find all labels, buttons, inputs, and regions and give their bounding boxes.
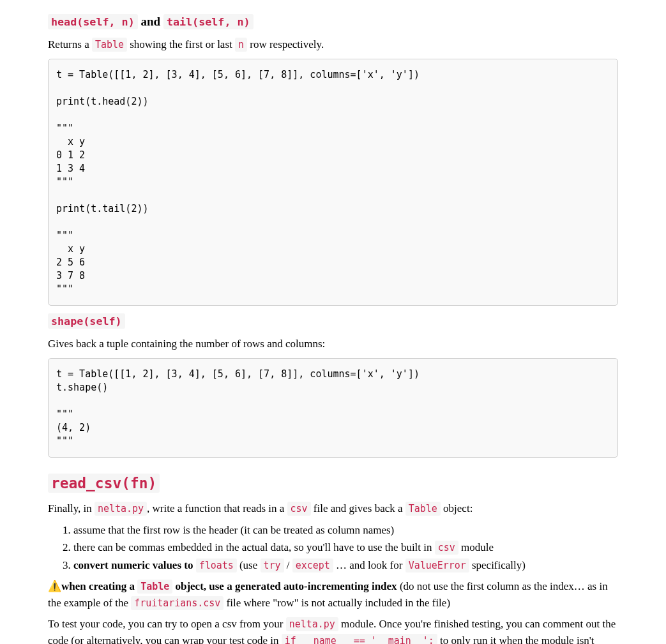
section-heading-shape: shape(self)	[48, 312, 618, 331]
heading-code-readcsv: read_csv(fn)	[48, 474, 160, 493]
text-fragment: object:	[441, 502, 473, 514]
inline-code-table: Table	[137, 580, 172, 594]
text-fragment: To test your code, you can try to open a…	[48, 618, 286, 630]
para-readcsv-intro: Finally, in nelta.py, write a function t…	[48, 500, 618, 517]
section-heading-readcsv: read_csv(fn)	[48, 470, 618, 495]
heading-and-text: and	[138, 15, 163, 28]
para-head-tail: Returns a Table showing the first or las…	[48, 36, 618, 53]
section-heading-head-tail: head(self, n) and tail(self, n)	[48, 13, 618, 31]
inline-code-fruitarians: fruitarians.csv	[131, 596, 223, 610]
inline-code-n: n	[235, 38, 247, 52]
warning-icon: ⚠️	[48, 580, 61, 592]
inline-code-neltapy: nelta.py	[286, 617, 338, 631]
readcsv-list: assume that the first row is the header …	[48, 522, 618, 574]
inline-code-table: Table	[405, 502, 441, 516]
para-shape: Gives back a tuple containing the number…	[48, 336, 618, 352]
code-block-head-tail: t = Table([[1, 2], [3, 4], [5, 6], [7, 8…	[48, 59, 618, 306]
inline-code-table: Table	[92, 38, 127, 52]
para-warning: ⚠️when creating a Table object, use a ge…	[48, 578, 618, 611]
inline-code-floats: floats	[196, 558, 237, 573]
text-fragment: file and gives back a	[311, 502, 405, 514]
para-test-instructions: To test your code, you can try to open a…	[48, 616, 618, 644]
inline-code-try: try	[261, 558, 284, 573]
bold-text: when creating a Table object, use a gene…	[61, 580, 397, 592]
inline-code-csv: csv	[435, 541, 458, 555]
inline-code-ifmain: if __name__ == '__main__':	[282, 634, 437, 645]
text-fragment: Returns a	[48, 38, 92, 50]
text-fragment: when creating a	[61, 580, 137, 592]
text-fragment: object, use a generated auto-incrementin…	[172, 580, 397, 592]
text-fragment: there can be commas embedded in the actu…	[73, 541, 435, 553]
text-fragment: showing the first or last	[127, 38, 235, 50]
text-fragment: /	[284, 559, 292, 571]
bold-text: convert numeric values to	[73, 559, 196, 571]
text-fragment: Finally, in	[48, 502, 95, 514]
heading-code-tail: tail(self, n)	[163, 14, 254, 29]
code-block-shape: t = Table([[1, 2], [3, 4], [5, 6], [7, 8…	[48, 358, 618, 458]
text-fragment: specifically)	[469, 559, 526, 571]
list-item: there can be commas embedded in the actu…	[73, 539, 618, 556]
inline-code-neltapy: nelta.py	[95, 502, 147, 516]
text-fragment: , write a function that reads in a	[147, 502, 287, 514]
text-fragment: module	[458, 541, 494, 553]
heading-code-head: head(self, n)	[48, 14, 138, 29]
text-fragment: … and look for	[333, 559, 405, 571]
text-fragment: file where "row" is not actually include…	[223, 597, 450, 609]
inline-code-valueerror: ValueError	[405, 558, 469, 573]
list-item: assume that the first row is the header …	[73, 522, 618, 539]
inline-code-except: except	[292, 558, 333, 573]
text-fragment: (use	[237, 559, 261, 571]
heading-code-shape: shape(self)	[48, 313, 125, 329]
list-item: convert numeric values to floats (use tr…	[73, 557, 618, 574]
text-fragment: row respectively.	[247, 38, 324, 50]
inline-code-csv: csv	[287, 502, 311, 516]
